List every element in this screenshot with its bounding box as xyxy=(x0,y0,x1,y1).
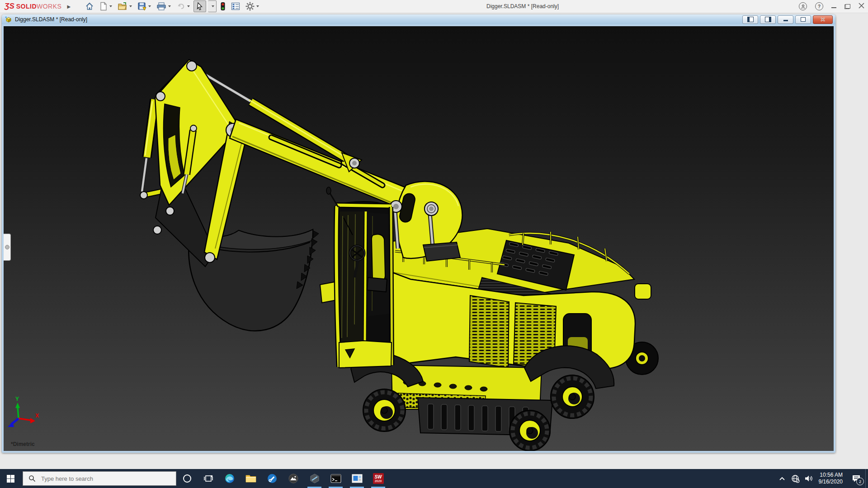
doc-minimize-button[interactable] xyxy=(778,15,793,24)
select-dropdown[interactable] xyxy=(208,0,217,12)
tray-chevron-up-icon[interactable] xyxy=(775,469,789,488)
app-title: Digger.SLDASM * [Read-only] xyxy=(486,0,559,13)
options-dropdown[interactable] xyxy=(256,5,259,7)
new-document-button[interactable] xyxy=(98,1,114,12)
tray-network-globe-icon[interactable] xyxy=(789,469,802,488)
traffic-light-icon xyxy=(220,2,226,11)
app-window-controls: ? xyxy=(799,0,864,13)
restore-button[interactable] xyxy=(844,4,850,9)
show-desktop-button[interactable] xyxy=(865,469,868,488)
bucket-cylinder[interactable] xyxy=(142,99,155,192)
options-button[interactable] xyxy=(244,1,261,12)
reference-triad: Y X xyxy=(8,396,39,427)
undo-dropdown[interactable] xyxy=(187,5,190,7)
side-grille-1 xyxy=(469,296,509,368)
mirror xyxy=(326,187,331,194)
new-document-icon xyxy=(99,2,108,11)
tray-time: 10:56 AM xyxy=(819,472,843,479)
counterweight-tab xyxy=(635,284,651,299)
print-icon xyxy=(156,2,166,11)
system-tray: 10:56 AM 9/16/2020 2 xyxy=(775,469,868,488)
pane-right-button[interactable] xyxy=(760,15,776,24)
rebuild-button[interactable] xyxy=(218,1,227,12)
open-button[interactable] xyxy=(116,1,134,12)
arm-beam[interactable] xyxy=(230,119,407,209)
start-button[interactable] xyxy=(0,469,21,488)
taskbar-search[interactable] xyxy=(23,471,176,486)
action-center-button[interactable]: 2 xyxy=(847,469,865,488)
menu-flyout-arrow[interactable]: ▶ xyxy=(67,4,71,9)
front-wedge xyxy=(320,282,336,303)
home-icon xyxy=(85,2,94,11)
taskbar-icon-edge[interactable] xyxy=(219,469,240,488)
close-icon xyxy=(859,3,864,9)
help-icon[interactable]: ? xyxy=(815,2,823,10)
tray-volume-icon[interactable] xyxy=(802,469,816,488)
select-cursor-icon xyxy=(196,2,204,11)
windows-taskbar: SW 2020 10:56 AM 9/16/2 xyxy=(0,469,868,488)
assembly-doc-icon xyxy=(5,16,12,23)
graphics-viewport[interactable]: Y X *Dimetric xyxy=(4,26,834,451)
print-button[interactable] xyxy=(155,1,173,12)
new-document-dropdown[interactable] xyxy=(109,5,112,7)
solidworks-logo: ƷS SOLID WORKS xyxy=(5,2,61,11)
cab[interactable] xyxy=(326,187,392,368)
triad-x-label: X xyxy=(35,413,39,419)
app-titlebar: ƷS SOLID WORKS ▶ xyxy=(0,0,868,13)
windows-logo-icon xyxy=(7,475,14,483)
pin-bucket-pivot xyxy=(205,253,215,263)
document-window: Digger.SLDASM * [Read-only] xyxy=(2,14,835,453)
evaluate-button[interactable] xyxy=(229,1,242,12)
taskbar-icon-photos[interactable] xyxy=(283,469,304,488)
pin-left xyxy=(156,92,165,101)
bucket[interactable] xyxy=(153,182,319,331)
list-table-icon xyxy=(231,2,240,10)
view-orientation-label: *Dimetric xyxy=(11,441,35,447)
document-window-controls xyxy=(741,15,833,24)
undo-icon xyxy=(176,2,185,10)
taskbar-icon-support-tool[interactable] xyxy=(261,469,283,488)
account-icon[interactable] xyxy=(799,2,807,10)
doc-restore-button[interactable] xyxy=(795,15,811,24)
save-icon xyxy=(137,2,146,11)
taskbar-icon-cortana[interactable] xyxy=(176,469,198,488)
taskbar-icon-terminal[interactable] xyxy=(325,469,346,488)
solidworks-logo-glyph: ƷS xyxy=(5,2,14,11)
search-input[interactable] xyxy=(40,475,164,483)
feature-manager-collapsed-tab[interactable] xyxy=(4,234,11,261)
taskbar-icon-file-explorer[interactable] xyxy=(240,469,261,488)
document-title: Digger.SLDASM * [Read-only] xyxy=(15,16,87,23)
solidworks-tile-icon: SW 2020 xyxy=(373,473,384,484)
doc-close-icon xyxy=(820,17,826,22)
undo-button[interactable] xyxy=(175,1,192,12)
seat xyxy=(372,234,385,281)
open-folder-icon xyxy=(118,2,127,11)
doc-close-button[interactable] xyxy=(813,15,833,24)
taskbar-icon-solidworks-2020[interactable]: SW 2020 xyxy=(368,469,389,488)
taskbar-icon-task-view[interactable] xyxy=(198,469,219,488)
search-icon xyxy=(28,475,36,482)
wheel-front-right[interactable] xyxy=(509,410,550,451)
notification-badge: 2 xyxy=(856,478,864,485)
taskbar-icon-remote-window[interactable] xyxy=(346,469,368,488)
tray-date: 9/16/2020 xyxy=(819,479,843,485)
save-button[interactable] xyxy=(136,1,153,12)
wheel-front-left[interactable] xyxy=(363,389,406,432)
tray-clock[interactable]: 10:56 AM 9/16/2020 xyxy=(819,472,843,485)
minimize-button[interactable] xyxy=(831,5,836,8)
quick-access-toolbar xyxy=(82,0,262,12)
triad-y-label: Y xyxy=(15,396,19,402)
close-button[interactable] xyxy=(859,2,864,10)
wheel-rear-right[interactable] xyxy=(551,375,594,418)
pin-apex xyxy=(187,61,197,71)
pane-left-button[interactable] xyxy=(742,15,758,24)
document-titlebar[interactable]: Digger.SLDASM * [Read-only] xyxy=(2,14,835,24)
gear-icon xyxy=(245,2,255,11)
select-button[interactable] xyxy=(193,0,206,12)
home-button[interactable] xyxy=(83,1,96,12)
save-dropdown[interactable] xyxy=(148,5,151,7)
taskbar-icon-hexagon-app[interactable] xyxy=(304,469,325,488)
excavator-model[interactable]: Y X xyxy=(4,26,834,451)
print-dropdown[interactable] xyxy=(168,5,171,7)
open-dropdown[interactable] xyxy=(129,5,132,7)
